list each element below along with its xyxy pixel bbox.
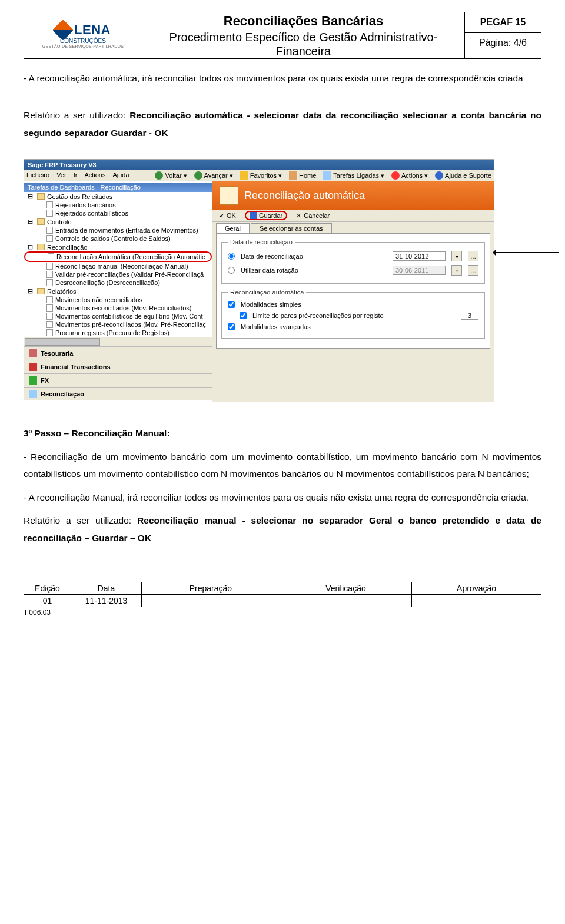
action-row: ✔ OK Guardar ✕ Cancelar bbox=[212, 210, 494, 222]
date-dropdown-1[interactable]: ▾ bbox=[451, 251, 462, 261]
tree-item-label: Movimentos pré-reconciliados (Mov. Pré-R… bbox=[55, 321, 206, 328]
tree-h-scrollbar[interactable] bbox=[24, 337, 212, 346]
tree-item[interactable]: Validar pré-reconciliações (Validar Pré-… bbox=[24, 270, 212, 279]
tree-item-label: Procurar registos (Procura de Registos) bbox=[55, 329, 170, 336]
file-icon bbox=[48, 253, 54, 260]
folder-icon bbox=[37, 193, 45, 200]
menu-bar: Ficheiro Ver Ir Actions Ajuda Voltar ▾ A… bbox=[24, 170, 494, 181]
tree-item[interactable]: Movimentos contabilísticos de equilíbrio… bbox=[24, 312, 212, 320]
tree-item[interactable]: Reconciliação manual (Reconciliação Manu… bbox=[24, 262, 212, 270]
tb-favoritos[interactable]: Favoritos ▾ bbox=[240, 171, 282, 180]
header-right: PEGAF 15 Página: 4/6 bbox=[464, 12, 541, 58]
tree-item[interactable]: Movimentos pré-reconciliados (Mov. Pré-R… bbox=[24, 320, 212, 329]
tb-ajuda[interactable]: Ajuda e Suporte bbox=[435, 171, 491, 180]
collapse-icon[interactable]: ⊟ bbox=[28, 243, 35, 251]
tree-item[interactable]: ⊟Relatórios bbox=[24, 287, 212, 296]
chk-modalidades-avancadas[interactable] bbox=[228, 323, 235, 330]
tb-home[interactable]: Home bbox=[289, 171, 316, 180]
label-limite-pares: Limite de pares pré-reconciliações por r… bbox=[252, 312, 384, 319]
pane-financial[interactable]: Financial Transactions bbox=[24, 360, 212, 373]
header-mid: Reconciliações Bancárias Procedimento Es… bbox=[142, 12, 464, 58]
ft-v-aprov bbox=[412, 594, 541, 607]
menu-ver[interactable]: Ver bbox=[56, 171, 67, 180]
tree-item[interactable]: Procurar registos (Procura de Registos) bbox=[24, 329, 212, 337]
tree-item-label: Reconciliação bbox=[47, 244, 87, 251]
tree-item[interactable]: ⊟Reconciliação bbox=[24, 243, 212, 251]
date-browse-2: … bbox=[468, 265, 478, 276]
tree-item-label: Rejeitados contabilísticos bbox=[55, 210, 128, 217]
file-icon bbox=[46, 271, 53, 278]
collapse-icon[interactable]: ⊟ bbox=[28, 218, 35, 226]
file-icon bbox=[46, 235, 53, 242]
date-browse-1[interactable]: … bbox=[468, 251, 478, 261]
document-footer-table: Edição Data Preparação Verificação Aprov… bbox=[24, 582, 541, 607]
date-dropdown-2: ▾ bbox=[451, 265, 462, 276]
tb-actions[interactable]: Actions ▾ bbox=[391, 171, 428, 180]
app-titlebar: Sage FRP Treasury V3 bbox=[24, 160, 494, 170]
logo-small-text: GESTÃO DE SERVIÇOS PARTILHADOS bbox=[42, 44, 124, 48]
label-data-rotacao: Utilizar data rotação bbox=[241, 267, 298, 274]
tree-item[interactable]: Rejeitados contabilísticos bbox=[24, 209, 212, 217]
financial-icon bbox=[29, 363, 37, 371]
tasks-icon bbox=[323, 171, 331, 180]
collapse-icon[interactable]: ⊟ bbox=[28, 287, 35, 295]
tree-item-label: Movimentos reconciliados (Mov. Reconcili… bbox=[55, 304, 192, 312]
folder-icon bbox=[37, 244, 45, 250]
ft-h-edicao: Edição bbox=[24, 582, 71, 594]
menu-actions[interactable]: Actions bbox=[84, 171, 105, 180]
nav-tree-panel: Tarefas de Dashboards - Reconciliação ⊟G… bbox=[24, 181, 212, 402]
tree-title: Tarefas de Dashboards - Reconciliação bbox=[24, 183, 212, 192]
tree-item[interactable]: Rejeitados bancários bbox=[24, 201, 212, 209]
ok-button[interactable]: ✔ OK bbox=[218, 211, 237, 220]
label-modalidades-simples: Modalidades simples bbox=[241, 301, 301, 308]
doc-subtitle: Procedimento Específico de Gestão Admini… bbox=[142, 30, 464, 58]
app-title: Sage FRP Treasury V3 bbox=[28, 161, 97, 168]
save-icon bbox=[250, 212, 257, 219]
guardar-button[interactable]: Guardar bbox=[245, 211, 287, 220]
tb-voltar[interactable]: Voltar ▾ bbox=[155, 171, 187, 180]
tab-contas[interactable]: Seleccionar as contas bbox=[251, 223, 332, 233]
date-input-1[interactable] bbox=[393, 251, 446, 261]
menu-ajuda[interactable]: Ajuda bbox=[112, 171, 129, 180]
chk-limite-pares[interactable] bbox=[240, 312, 247, 319]
tree-item[interactable]: Movimentos não reconciliados bbox=[24, 296, 212, 304]
star-icon bbox=[240, 171, 248, 180]
passo3-p1: - Reconciliação de um movimento bancário… bbox=[24, 448, 541, 483]
pane-tesouraria[interactable]: Tesouraria bbox=[24, 346, 212, 360]
cancelar-button[interactable]: ✕ Cancelar bbox=[295, 211, 330, 220]
back-icon bbox=[155, 171, 163, 180]
fs2-legend: Reconciliação automática bbox=[228, 289, 306, 296]
forward-icon bbox=[194, 171, 202, 180]
tab-geral[interactable]: Geral bbox=[216, 223, 250, 233]
radio-data-rotacao[interactable] bbox=[228, 267, 235, 274]
intro-p2: Relatório a ser utilizado: Reconciliação… bbox=[24, 107, 541, 141]
menu-ficheiro[interactable]: Ficheiro bbox=[26, 171, 49, 180]
treasury-icon bbox=[29, 349, 37, 357]
chk-modalidades-simples[interactable] bbox=[228, 301, 235, 308]
tree-item[interactable]: Entrada de movimentos (Entrada de Movime… bbox=[24, 226, 212, 234]
tree-item[interactable]: Desreconciliação (Desreconciliação) bbox=[24, 279, 212, 287]
collapse-icon[interactable]: ⊟ bbox=[28, 193, 35, 200]
tree-item[interactable]: Controlo de saldos (Controlo de Saldos) bbox=[24, 234, 212, 243]
pane-reconciliacao[interactable]: Reconciliação bbox=[24, 387, 212, 400]
tb-tarefas[interactable]: Tarefas Ligadas ▾ bbox=[323, 171, 384, 180]
radio-data-reconciliacao[interactable] bbox=[228, 253, 235, 260]
tree-item-label: Reconciliação Automática (Reconciliação … bbox=[56, 253, 205, 260]
tree-item-label: Controlo de saldos (Controlo de Saldos) bbox=[55, 235, 171, 242]
reconcile-icon bbox=[29, 390, 37, 398]
tab-bar: Geral Seleccionar as contas bbox=[212, 222, 494, 233]
fs-data-reconciliacao: Data de reconciliação Data de reconcilia… bbox=[221, 239, 485, 284]
tb-avancar[interactable]: Avançar ▾ bbox=[194, 171, 233, 180]
actions-icon bbox=[391, 171, 400, 180]
tree-item[interactable]: ⊟Controlo bbox=[24, 217, 212, 226]
input-limite-pares[interactable] bbox=[461, 312, 478, 320]
document-header: LENA CONSTRUÇÕES GESTÃO DE SERVIÇOS PART… bbox=[24, 12, 541, 59]
module-icon bbox=[220, 186, 238, 205]
tree-item[interactable]: Movimentos reconciliados (Mov. Reconcili… bbox=[24, 304, 212, 312]
menu-ir[interactable]: Ir bbox=[74, 171, 78, 180]
pane-fx[interactable]: FX bbox=[24, 373, 212, 387]
tree-item[interactable]: ⊟Gestão dos Rejeitados bbox=[24, 192, 212, 201]
file-icon bbox=[46, 304, 53, 312]
ft-h-data: Data bbox=[71, 582, 142, 594]
tree-item[interactable]: Reconciliação Automática (Reconciliação … bbox=[24, 251, 212, 262]
